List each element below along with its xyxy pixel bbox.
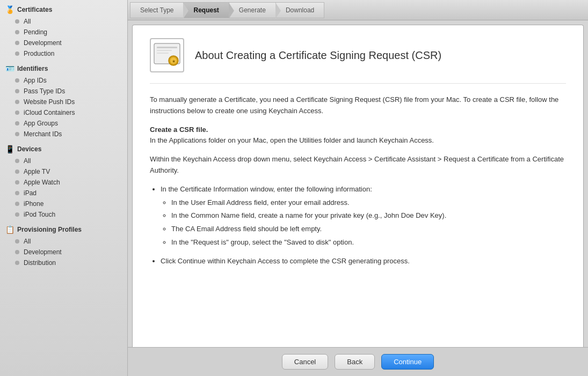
dot-icon [15,41,19,45]
sidebar-item-label: Development [24,39,62,47]
provisioning-section-header: 📋 Provisioning Profiles [0,220,127,236]
sidebar-item-apple-watch[interactable]: Apple Watch [0,177,127,188]
sidebar-item-label: iPhone [24,200,43,208]
sidebar-item-production-certs[interactable]: Production [0,48,127,59]
sidebar-item-label: App IDs [24,77,47,84]
dot-icon [15,132,19,136]
section-heading-bold: Create a CSR file. [150,126,208,134]
dot-icon [15,121,19,126]
sidebar-item-label: Apple TV [24,168,50,175]
dot-icon [15,239,19,244]
dot-icon [15,100,19,104]
sidebar-item-development-certs[interactable]: Development [0,38,127,48]
sidebar-item-label: App Groups [24,120,58,127]
main-content: Select Type Request Generate Download [128,0,588,376]
breadcrumb-select-type[interactable]: Select Type [130,2,184,18]
identifiers-section-label: Identifiers [17,65,48,72]
svg-rect-2 [157,50,172,51]
dot-icon [15,180,19,185]
breadcrumb-label: Download [286,6,314,14]
dot-icon [15,212,19,217]
breadcrumb-label: Select Type [140,6,173,14]
sidebar-item-website-push-ids[interactable]: Website Push IDs [0,97,127,107]
devices-section-label: Devices [17,145,41,153]
breadcrumb-download[interactable]: Download [275,2,324,18]
content-body: To manually generate a Certificate, you … [150,94,566,267]
dot-icon [15,191,19,195]
breadcrumb-arrow-icon [229,3,234,19]
dot-icon [15,78,19,83]
sidebar-item-ipad[interactable]: iPad [0,188,127,198]
dot-icon [15,250,19,254]
sidebar-item-label: Development [24,248,62,256]
sidebar-item-app-ids[interactable]: App IDs [0,75,127,86]
sidebar-item-label: Production [24,50,54,57]
sidebar-item-label: Merchant IDs [24,130,62,138]
continue-button[interactable]: Continue [381,354,434,370]
content-area: ★ About Creating a Certificate Signing R… [132,25,584,347]
provisioning-section-icon: 📋 [5,225,14,234]
dot-icon [15,30,19,34]
sidebar-item-development-profiles[interactable]: Development [0,247,127,257]
sidebar-item-merchant-ids[interactable]: Merchant IDs [0,129,127,139]
sidebar-item-all-devices[interactable]: All [0,156,127,166]
certificate-icon: ★ [150,38,184,72]
sidebar-item-pass-type-ids[interactable]: Pass Type IDs [0,86,127,97]
sidebar-item-ipod-touch[interactable]: iPod Touch [0,209,127,220]
sidebar-item-label: Pass Type IDs [24,87,65,95]
breadcrumb-label: Request [193,6,219,14]
breadcrumb-request[interactable]: Request [183,2,229,18]
sidebar-item-label: All [24,238,31,245]
breadcrumb-generate[interactable]: Generate [229,2,276,18]
dot-icon [15,169,19,174]
certificate-section-icon: 🏅 [5,5,14,14]
breadcrumb-nav: Select Type Request Generate Download [128,0,588,20]
section-heading: Create a CSR file. In the Applications f… [150,124,566,147]
main-bullet-list: In the Certificate Information window, e… [161,184,566,267]
sidebar-item-label: All [24,157,31,165]
content-header: ★ About Creating a Certificate Signing R… [150,38,566,84]
breadcrumb-arrow-icon [183,3,188,19]
certificates-section-header: 🏅 Certificates [0,0,127,16]
dot-icon [15,261,19,265]
certificates-section-label: Certificates [17,6,52,13]
sidebar-item-all-profiles[interactable]: All [0,236,127,247]
sidebar-item-label: Pending [24,28,47,36]
dot-icon [15,202,19,206]
sidebar-item-app-groups[interactable]: App Groups [0,118,127,129]
dot-icon [15,110,19,115]
list-item: Click Continue within Keychain Access to… [161,256,566,267]
sub-bullet-list: In the User Email Address field, enter y… [171,197,566,248]
svg-rect-1 [157,47,177,48]
sidebar-item-iphone[interactable]: iPhone [0,198,127,209]
sidebar-item-icloud-containers[interactable]: iCloud Containers [0,107,127,118]
devices-section-icon: 📱 [5,145,14,153]
list-item: In the Certificate Information window, e… [161,184,566,248]
dot-icon [15,19,19,24]
intro-text: To manually generate a Certificate, you … [150,94,566,117]
svg-text:★: ★ [172,59,176,64]
list-item: In the "Request is" group, select the "S… [171,237,566,248]
cancel-button[interactable]: Cancel [282,354,328,370]
sidebar-item-label: Website Push IDs [24,98,75,106]
list-item: In the User Email Address field, enter y… [171,197,566,209]
sidebar-item-distribution-profiles[interactable]: Distribution [0,257,127,268]
bullet-intro: In the Certificate Information window, e… [161,185,372,193]
sidebar-item-label: iPad [24,189,37,197]
identifiers-section-header: 🪪 Identifiers [0,59,127,75]
list-item: In the Common Name field, create a name … [171,210,566,222]
breadcrumb-arrow-icon [275,3,281,19]
sidebar-item-label: Apple Watch [24,179,60,186]
dot-icon [15,159,19,163]
sidebar-item-label: All [24,18,31,25]
svg-rect-3 [157,53,169,54]
keychain-instruction: Within the Keychain Access drop down men… [150,154,566,176]
sidebar-item-pending-certs[interactable]: Pending [0,27,127,38]
sidebar-item-apple-tv[interactable]: Apple TV [0,166,127,177]
sidebar-item-all-certs[interactable]: All [0,16,127,27]
back-button[interactable]: Back [335,354,375,370]
dot-icon [15,89,19,93]
content-inner: ★ About Creating a Certificate Signing R… [133,25,583,347]
sidebar-item-label: iPod Touch [24,211,55,218]
provisioning-section-label: Provisioning Profiles [17,226,82,233]
